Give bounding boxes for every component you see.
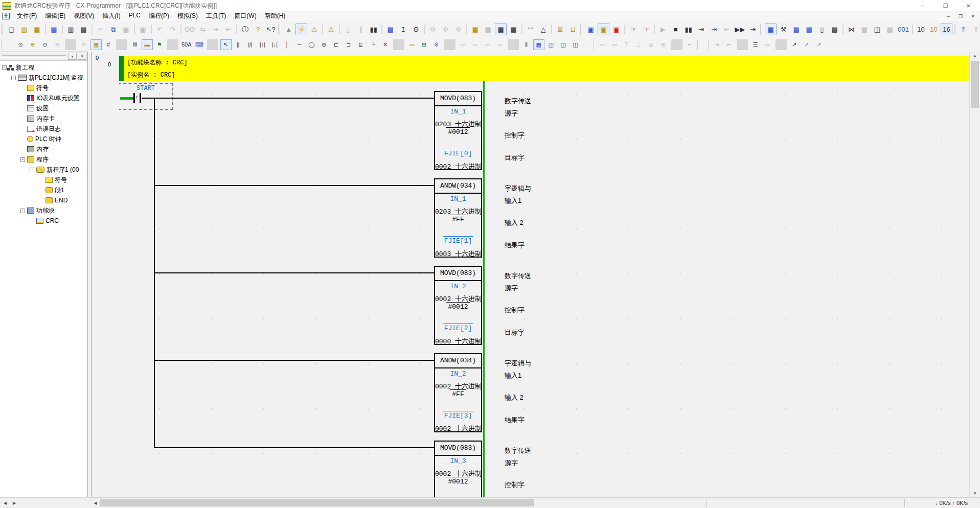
toolbar-button[interactable]: ⊙ bbox=[39, 39, 51, 50]
toolbar-button[interactable] bbox=[697, 39, 709, 50]
menu-item[interactable]: 模拟(S) bbox=[173, 11, 202, 21]
toolbar-button[interactable] bbox=[521, 25, 522, 34]
toolbar-button[interactable]: ↷ bbox=[167, 24, 178, 35]
toolbar-button[interactable]: ʘ bbox=[410, 24, 422, 35]
toolbar-button[interactable]: ⧉ bbox=[107, 24, 119, 35]
toolbar-button[interactable]: ▤ bbox=[884, 24, 896, 35]
toolbar-button[interactable]: ▮▮ bbox=[682, 24, 694, 35]
tree-item[interactable]: CRC bbox=[0, 216, 87, 226]
toolbar-button[interactable]: ⚙ bbox=[452, 24, 464, 35]
operand-output-symbol[interactable]: FJIE[3] bbox=[435, 412, 481, 420]
toolbar-button[interactable]: ∥ bbox=[355, 24, 367, 35]
toolbar-button[interactable]: ⫼ bbox=[521, 39, 532, 50]
toolbar-button[interactable]: ▯ bbox=[816, 24, 828, 35]
toolbar-button[interactable]: ▦ bbox=[482, 24, 494, 35]
toolbar-button[interactable]: ⊏ bbox=[331, 39, 342, 50]
toolbar-button[interactable] bbox=[180, 25, 181, 34]
toolbar-button[interactable]: ◫ bbox=[558, 39, 569, 50]
menu-item[interactable]: 编辑(E) bbox=[41, 11, 70, 21]
toolbar-button[interactable]: ☞ bbox=[640, 24, 652, 35]
toolbar-button[interactable]: ↵ bbox=[685, 39, 696, 50]
toolbar-button[interactable]: ▢ bbox=[6, 24, 17, 35]
toolbar-button[interactable]: ᵔᵔ bbox=[525, 24, 536, 35]
toolbar-button[interactable] bbox=[466, 25, 467, 34]
restore-button[interactable]: ❐ bbox=[934, 0, 957, 11]
toolbar-button[interactable]: ☰ bbox=[750, 39, 761, 50]
toolbar-button[interactable]: ↗ bbox=[789, 39, 800, 50]
horizontal-scroll-thumb[interactable] bbox=[100, 499, 534, 506]
toolbar-button[interactable]: ▦ bbox=[469, 24, 481, 35]
panel-drag-handle[interactable] bbox=[2, 55, 66, 58]
toolbar-button[interactable] bbox=[1, 24, 3, 35]
toolbar-button[interactable]: ⇥ bbox=[210, 24, 221, 35]
toolbar-button[interactable] bbox=[551, 25, 552, 34]
toolbar-button[interactable]: ▤ bbox=[78, 24, 89, 35]
toolbar-button[interactable]: ⚙ bbox=[427, 24, 439, 35]
tree-item[interactable]: - 程序 bbox=[0, 154, 87, 165]
toolbar-button[interactable]: ≣ bbox=[646, 39, 657, 50]
toolbar-button[interactable] bbox=[654, 25, 655, 34]
toolbar-button[interactable]: ▣ bbox=[585, 24, 597, 35]
toolbar-button[interactable]: ⇤ bbox=[723, 39, 735, 50]
menu-item[interactable]: 帮助(H) bbox=[261, 11, 290, 21]
toolbar-button[interactable] bbox=[444, 39, 455, 50]
toolbar-button[interactable]: ⇑ bbox=[970, 24, 980, 35]
scroll-up-button[interactable]: ▲ bbox=[970, 52, 980, 60]
tree-scroll-left-button[interactable]: ◀ bbox=[1, 499, 9, 507]
menu-item[interactable]: 插入(I) bbox=[98, 11, 124, 21]
toolbar-button[interactable]: ⇥ bbox=[708, 24, 720, 35]
toolbar-button[interactable]: ⊥ bbox=[633, 39, 645, 50]
tree-expand-toggle[interactable]: - bbox=[30, 168, 34, 172]
menu-item[interactable]: 工具(T) bbox=[202, 11, 230, 21]
operand-output-symbol[interactable]: FJIE[1] bbox=[435, 237, 481, 245]
toolbar-button[interactable]: 001 bbox=[897, 24, 910, 35]
operand-constant[interactable]: #FF bbox=[435, 390, 481, 398]
toolbar-button[interactable] bbox=[278, 24, 280, 35]
toolbar-button[interactable]: ⇥ bbox=[695, 24, 707, 35]
instruction-block[interactable]: ANDW(034) IN_2 0002 十六进制 #FF FJIE[3] 000… bbox=[434, 353, 482, 432]
toolbar-button[interactable]: ⊤ bbox=[621, 39, 632, 50]
toolbar-button[interactable] bbox=[62, 25, 63, 34]
instruction-mnemonic[interactable]: MOVD(083) bbox=[435, 92, 481, 106]
toolbar-button[interactable]: ⊘ bbox=[318, 39, 330, 50]
toolbar-button[interactable]: ▥ bbox=[65, 24, 77, 35]
toolbar-button[interactable]: ⊑ bbox=[355, 39, 367, 50]
toolbar-button[interactable] bbox=[776, 39, 787, 50]
toolbar-button[interactable] bbox=[508, 39, 519, 50]
instruction-block[interactable]: MOVD(083) IN_3 0002 十六进制 #0012 bbox=[434, 441, 482, 498]
toolbar-button[interactable]: ▤ bbox=[829, 24, 840, 35]
toolbar-button[interactable]: ▨ bbox=[18, 24, 30, 35]
toolbar-button[interactable]: ↖? bbox=[265, 24, 277, 35]
toolbar-button[interactable]: ─ bbox=[294, 39, 305, 50]
toolbar-button[interactable] bbox=[912, 25, 913, 34]
toolbar-button[interactable] bbox=[954, 25, 955, 34]
toolbar-button[interactable]: 10 bbox=[915, 24, 927, 35]
operand-input-symbol[interactable]: IN_2 bbox=[435, 283, 481, 290]
vertical-scroll-thumb[interactable] bbox=[971, 61, 979, 108]
toolbar-button[interactable]: ⚙ bbox=[440, 24, 451, 35]
toolbar-button[interactable] bbox=[393, 39, 404, 50]
toolbar-button[interactable]: ◫ bbox=[545, 39, 557, 50]
toolbar-button[interactable] bbox=[624, 25, 625, 34]
toolbar-button[interactable]: ʘʘ bbox=[184, 24, 196, 35]
toolbar-button[interactable] bbox=[671, 39, 682, 50]
toolbar-button[interactable] bbox=[167, 39, 178, 50]
toolbar-button[interactable]: ↖ bbox=[220, 39, 232, 50]
toolbar-button[interactable]: ⚒ bbox=[778, 24, 789, 35]
toolbar-button[interactable]: └ bbox=[368, 39, 379, 50]
toolbar-button[interactable]: ⚠ bbox=[325, 24, 337, 35]
tree-expand-toggle[interactable]: - bbox=[20, 209, 25, 213]
tree-item[interactable]: 内存 bbox=[0, 144, 87, 154]
toolbar-button[interactable]: 10 bbox=[928, 24, 940, 35]
toolbar-button[interactable]: ↶ bbox=[154, 24, 166, 35]
toolbar-button[interactable] bbox=[580, 24, 582, 35]
mdi-minimize-button[interactable]: ─ bbox=[942, 12, 954, 20]
toolbar-button[interactable]: ⊕ bbox=[27, 39, 38, 50]
operand-input-symbol[interactable]: IN_1 bbox=[435, 108, 481, 116]
toolbar-button[interactable]: △ bbox=[537, 24, 549, 35]
toolbar-button[interactable]: ◫ bbox=[871, 24, 883, 35]
toolbar-button[interactable] bbox=[381, 25, 382, 34]
tree-item[interactable]: 符号 bbox=[0, 83, 87, 93]
toolbar-button[interactable]: ⋈ bbox=[846, 24, 857, 35]
toolbar-button[interactable]: ↗ bbox=[813, 39, 825, 50]
